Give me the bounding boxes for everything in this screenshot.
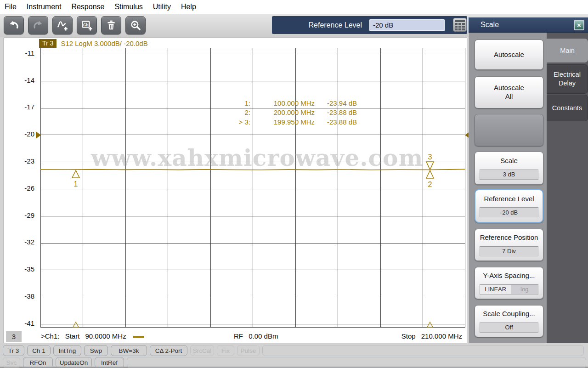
menu-utility[interactable]: Utility [148,3,176,11]
marker-id: > 3: [225,118,250,126]
status-channel-button[interactable]: Ch 1 [27,345,51,356]
reference-level-label: Reference Level [272,21,362,29]
y-axis-label: -17 [8,103,34,113]
reference-position-button[interactable]: Reference Position 7 Div [475,229,543,261]
add-channel-button[interactable]: Ch [77,16,97,34]
y-axis-label: -14 [8,76,34,86]
tab-electrical-delay[interactable]: Electrical Delay [547,64,588,94]
reference-position-value: 7 Div [480,246,538,256]
status-pulse-button[interactable]: Pulse [237,345,260,356]
softkey-column: Autoscale Autoscale All Scale 3 dB Refer… [469,33,547,343]
status-intref-button[interactable]: IntRef [95,357,124,368]
y-axis-label: -26 [8,184,34,194]
menu-bar: File Instrument Response Stimulus Utilit… [0,0,588,14]
close-icon: × [577,22,581,28]
marker-3-icon[interactable] [426,162,434,170]
status-cal-button[interactable]: CΔ 2-Port [150,345,187,356]
undo-button[interactable] [4,16,24,34]
y-axis-label: -41 [8,319,34,329]
menu-response[interactable]: Response [66,3,109,11]
status-update-button[interactable]: UpdateOn [56,357,92,368]
status-sweep-button[interactable]: Swp [84,345,108,356]
stop-label: Stop [401,332,416,340]
keypad-button[interactable] [453,18,467,32]
y-axis-label: -35 [8,265,34,275]
delete-trace-button[interactable] [101,16,121,34]
start-value: 90.0000 MHz [85,332,126,340]
marker-3-label: 3 [428,153,432,161]
autoscale-button[interactable]: Autoscale [475,40,543,70]
marker-frequency: 100.000 MHz [250,99,315,107]
menu-stimulus[interactable]: Stimulus [109,3,147,11]
y-axis-spacing-linear-option[interactable]: LINEAR [480,285,511,294]
trace-color-dash [133,336,144,338]
marker-1-icon[interactable] [72,170,79,178]
start-label: Start [65,332,80,340]
menu-instrument[interactable]: Instrument [22,3,67,11]
blank-softkey [475,114,543,146]
y-axis-label: -29 [8,211,34,221]
autoscale-all-button[interactable]: Autoscale All [475,76,543,108]
add-trace-icon [57,19,68,31]
tab-constants[interactable]: Constants [547,95,588,121]
y-axis-label: -20 [8,130,34,140]
marker-2-icon[interactable] [426,170,434,178]
marker-2-stimulus-icon [427,322,433,327]
status-bandwidth-button[interactable]: BW=3k [111,345,147,356]
panel-close-button[interactable]: × [574,20,584,30]
y-axis-spacing-button[interactable]: Y-Axis Spacing... LINEAR log [475,267,543,299]
rf-value: 0.00 dBm [249,332,278,340]
active-trace-indicator[interactable]: 3 [6,331,22,342]
add-trace-button[interactable] [52,16,73,34]
vna-app-window: File Instrument Response Stimulus Utilit… [0,0,588,368]
marker-id: 2: [225,108,250,116]
scale-panel-header: Scale × [469,17,588,33]
status-fix-button[interactable]: Fix [217,345,234,356]
marker-readout-row: > 3: 199.950 MHz -23.88 dB [225,117,357,127]
menu-help[interactable]: Help [176,3,201,11]
scale-button[interactable]: Scale 3 dB [475,152,543,185]
undo-icon [8,19,20,31]
marker-readout: 1: 100.000 MHz -23.94 dB 2: 200.000 MHz … [225,98,357,127]
marker-1-stimulus-icon [73,322,79,327]
tab-main[interactable]: Main [547,39,588,62]
stop-value: 210.000 MHz [421,332,462,340]
status-svc-button[interactable]: Svc [3,357,20,368]
zoom-button[interactable] [125,16,146,34]
marker-2-label: 2 [428,181,432,188]
rf-label: RF [234,332,243,340]
trace-header: Tr 3 S12 LogM 3.000dB/ -20.0dB [39,39,148,48]
reference-level-button[interactable]: Reference Level -20 dB [475,189,543,223]
svg-text:Ch: Ch [83,23,89,27]
marker-value: -23.88 dB [315,118,357,126]
scale-coupling-value: Off [480,323,538,333]
status-filler [127,357,586,368]
status-trace-button[interactable]: Tr 3 [3,345,24,356]
y-axis-label: -32 [8,238,34,248]
scale-coupling-button[interactable]: Scale Coupling... Off [475,305,543,337]
stop-text: Stop 210.000 MHz [401,332,462,340]
scale-panel: Scale × Autoscale Autoscale All Scale 3 … [469,17,588,343]
status-srccal-button[interactable]: SrcCal [190,345,214,356]
reference-level-input[interactable] [369,19,445,31]
trace-badge[interactable]: Tr 3 [39,39,57,48]
chart-area: Tr 3 S12 LogM 3.000dB/ -20.0dB -11 -14 -… [4,38,467,343]
redo-button[interactable] [28,16,48,34]
marker-frequency: 200.000 MHz [250,108,315,116]
reference-level-entry-bar: Reference Level [272,16,467,34]
menu-file[interactable]: File [5,3,22,11]
panel-title: Scale [481,21,499,29]
channel-label: >Ch1: [41,332,59,340]
redo-icon [32,19,44,31]
marker-value: -23.94 dB [315,99,357,107]
add-channel-icon: Ch [81,19,93,31]
rf-power-text: RF 0.00 dBm [234,332,278,340]
status-trigger-button[interactable]: IntTrig [53,345,81,356]
reference-level-value: -20 dB [480,207,538,217]
trace-info: S12 LogM 3.000dB/ -20.0dB [61,40,147,47]
y-axis-label: -38 [8,292,34,302]
y-axis-spacing-log-option[interactable]: log [511,285,538,294]
status-rf-button[interactable]: RFOn [23,357,53,368]
marker-frequency: 199.950 MHz [250,118,315,126]
y-axis-label: -11 [8,49,34,59]
